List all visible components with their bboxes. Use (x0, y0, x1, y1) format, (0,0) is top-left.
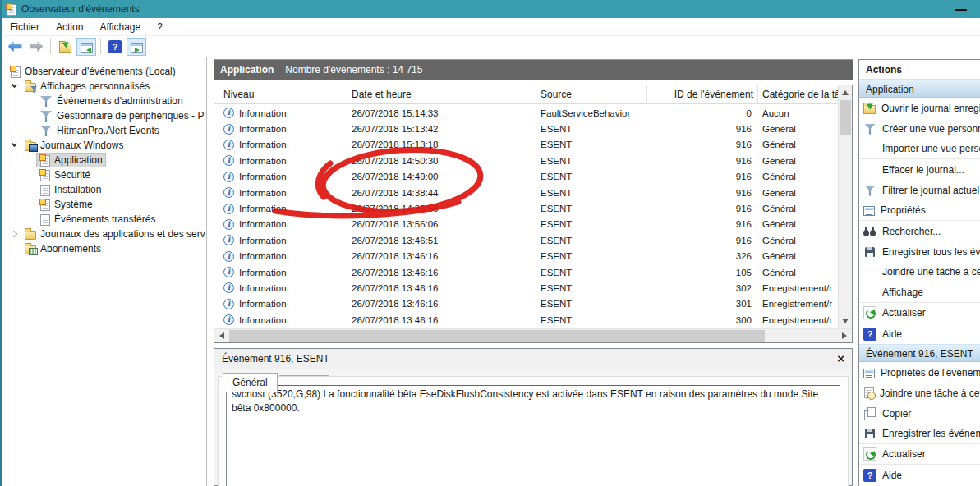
tree-chevron[interactable] (7, 138, 21, 153)
event-row[interactable]: Information 26/07/2018 15:13:42 ESENT 91… (214, 121, 838, 136)
event-row[interactable]: Information 26/07/2018 15:13:18 ESENT 91… (214, 137, 838, 153)
horizontal-scroll-thumb[interactable] (229, 330, 765, 342)
tree-item[interactable]: Journaux Windows (2, 138, 206, 153)
tree-chevron[interactable] (21, 153, 36, 167)
actions-section-application[interactable]: Application (859, 80, 980, 98)
event-category: Général (758, 156, 838, 166)
action-item[interactable]: Actualiser (859, 303, 980, 323)
event-row[interactable]: Information 26/07/2018 14:38:44 ESENT 91… (214, 185, 838, 200)
scroll-left-arrow[interactable] (219, 332, 224, 339)
event-row[interactable]: Information 26/07/2018 14:49:00 ESENT 91… (214, 169, 838, 185)
action-item[interactable]: Ouvrir le journal enregi (859, 98, 980, 118)
minimize-button[interactable] (942, 0, 980, 18)
tree-item[interactable]: Application (2, 153, 206, 167)
event-row[interactable]: Information 26/07/2018 13:46:16 ESENT 30… (214, 280, 838, 296)
close-icon[interactable]: × (837, 353, 844, 364)
action-item[interactable]: Enregistrer les événeme (859, 424, 980, 444)
tree-item[interactable]: Journaux des applications et des servi (2, 227, 206, 241)
show-console-tree-button[interactable] (76, 38, 96, 56)
show-action-pane-button[interactable] (127, 38, 146, 56)
vertical-scroll-thumb[interactable] (840, 100, 851, 135)
tree-item[interactable]: Sécurité (2, 167, 206, 182)
action-item[interactable]: Joindre une tâche à cet (859, 383, 980, 403)
tree-item[interactable]: Abonnements (2, 241, 206, 256)
tree-item[interactable]: Affichages personnalisés (2, 79, 206, 94)
action-item[interactable]: Effacer le journal... (859, 159, 980, 180)
action-item[interactable]: Actualiser (859, 444, 980, 465)
tree-chevron[interactable] (7, 227, 21, 241)
tree-chevron[interactable] (21, 182, 36, 197)
event-row[interactable]: Information 26/07/2018 13:46:16 ESENT 30… (214, 296, 838, 312)
detail-tab[interactable]: Général (223, 373, 278, 392)
action-item[interactable]: Propriétés de l'événem (859, 362, 980, 383)
tree-item[interactable]: Événements d'administration (2, 94, 206, 108)
column-header-source[interactable]: Source (536, 85, 647, 104)
tree-item[interactable]: Observateur d'événements (Local) (2, 64, 206, 79)
menu-action[interactable]: Action (48, 18, 91, 36)
action-item[interactable]: Propriétés (859, 200, 980, 221)
action-item[interactable]: Aide (859, 323, 980, 344)
tree-chevron[interactable] (21, 212, 36, 227)
event-id: 326 (647, 251, 758, 261)
event-detail-panel: Événement 916, ESENT × Général Détails s… (214, 348, 853, 486)
tree-chevron[interactable] (21, 123, 36, 138)
event-source: ESENT (536, 299, 647, 309)
menu-help[interactable]: ? (149, 18, 171, 36)
tree-chevron[interactable] (21, 197, 36, 212)
event-row[interactable]: Information 26/07/2018 14:35:56 ESENT 91… (214, 200, 838, 216)
forward-button[interactable] (26, 38, 46, 56)
tree-chevron[interactable] (21, 94, 36, 108)
event-date: 26/07/2018 15:14:33 (347, 108, 536, 118)
action-item[interactable]: Aide (859, 465, 980, 485)
event-category: Général (758, 204, 838, 213)
action-item[interactable]: Rechercher... (859, 221, 980, 241)
column-header-category[interactable]: Catégorie de la tâ (758, 85, 838, 104)
column-header-niveau[interactable]: Niveau (219, 85, 347, 104)
vertical-scrollbar[interactable] (838, 85, 852, 328)
menu-affichage[interactable]: Affichage (91, 18, 149, 36)
event-level: Information (239, 188, 287, 198)
tree-chevron[interactable] (21, 167, 36, 182)
event-row[interactable]: Information 26/07/2018 13:46:16 ESENT 32… (214, 249, 838, 264)
event-row[interactable]: Information 26/07/2018 13:46:51 ESENT 91… (214, 232, 838, 248)
back-button[interactable] (5, 38, 25, 56)
binoculars-icon (863, 225, 876, 238)
horizontal-scrollbar[interactable] (214, 328, 852, 342)
tree-item[interactable]: Installation (2, 182, 206, 197)
action-item[interactable]: Affichage (859, 282, 980, 303)
tree-item-label: Gestionnaire de périphériques - P (57, 110, 204, 122)
scroll-up-arrow[interactable] (842, 90, 849, 95)
tree-item[interactable]: Événements transférés (2, 212, 206, 227)
action-item[interactable]: Créer une vue personn (859, 118, 980, 139)
event-source: FaultServiceBehavior (536, 108, 647, 118)
column-header-date[interactable]: Date et heure (347, 85, 536, 104)
action-item[interactable]: Filtrer le journal actuel... (859, 180, 980, 200)
column-header-id[interactable]: ID de l'événement (647, 85, 758, 104)
action-item-label: Enregistrer les événeme (882, 428, 980, 439)
action-item[interactable]: Joindre une tâche à ce (859, 262, 980, 282)
event-row[interactable]: Information 26/07/2018 13:46:16 ESENT 10… (214, 264, 838, 280)
actions-section-event[interactable]: Événement 916, ESENT (859, 344, 980, 362)
action-item[interactable]: Importer une vue perso (859, 139, 980, 159)
scroll-right-arrow[interactable] (842, 332, 847, 339)
tree-item[interactable]: HitmanPro.Alert Events (2, 123, 206, 138)
tree-item[interactable]: Gestionnaire de périphériques - P (2, 108, 206, 123)
action-item[interactable]: Copier (859, 403, 980, 424)
open-saved-log-button[interactable] (55, 38, 75, 56)
event-row[interactable]: Information 26/07/2018 13:56:06 ESENT 91… (214, 217, 838, 232)
tree-chevron[interactable] (7, 79, 21, 94)
event-row[interactable]: Information 26/07/2018 15:14:33 FaultSer… (214, 105, 838, 121)
action-item[interactable]: Enregistrer tous les évé (859, 241, 980, 262)
scroll-down-arrow[interactable] (842, 319, 849, 323)
tree-item-label: Événements d'administration (57, 95, 183, 107)
event-id: 916 (647, 156, 758, 166)
menu-fichier[interactable]: Fichier (2, 18, 48, 36)
tree-item[interactable]: Système (2, 197, 206, 212)
event-row[interactable]: Information 26/07/2018 13:46:16 ESENT 30… (214, 312, 838, 328)
event-row[interactable]: Information 26/07/2018 14:50:30 ESENT 91… (214, 153, 838, 168)
tree-chevron[interactable] (7, 241, 21, 256)
event-description[interactable]: svchost (3520,G,98) La fonctionnalité bê… (226, 385, 840, 486)
help-button[interactable] (105, 38, 125, 56)
tree-chevron[interactable] (21, 108, 36, 123)
refresh-icon (863, 306, 876, 319)
